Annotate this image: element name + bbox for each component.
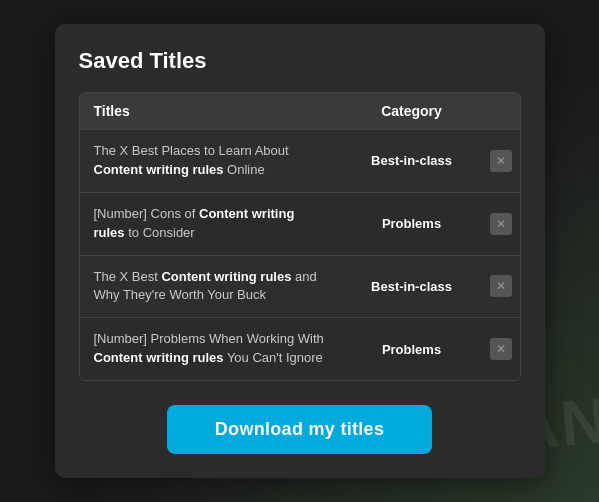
category-cell: Problems — [342, 318, 482, 380]
category-cell: Problems — [342, 192, 482, 255]
download-button-wrapper: Download my titles — [79, 405, 521, 454]
action-cell: ✕ — [482, 318, 520, 380]
table-row: The X Best Places to Learn About Content… — [80, 130, 520, 193]
table-header-row: Titles Category — [80, 93, 520, 130]
table-body: The X Best Places to Learn About Content… — [80, 130, 520, 380]
delete-row-button[interactable]: ✕ — [490, 338, 512, 360]
table-row: [Number] Problems When Working With Cont… — [80, 318, 520, 380]
category-cell: Best-in-class — [342, 255, 482, 318]
titles-table-container: Titles Category The X Best Places to Lea… — [79, 92, 521, 381]
modal-container: Saved Titles Titles Category The X Best … — [55, 24, 545, 478]
title-cell: [Number] Cons of Content writing rules t… — [80, 192, 342, 255]
titles-table: Titles Category The X Best Places to Lea… — [80, 93, 520, 380]
category-cell: Best-in-class — [342, 130, 482, 193]
delete-row-button[interactable]: ✕ — [490, 213, 512, 235]
action-cell: ✕ — [482, 192, 520, 255]
category-column-header: Category — [342, 93, 482, 130]
delete-row-button[interactable]: ✕ — [490, 275, 512, 297]
table-row: [Number] Cons of Content writing rules t… — [80, 192, 520, 255]
download-titles-button[interactable]: Download my titles — [167, 405, 432, 454]
titles-column-header: Titles — [80, 93, 342, 130]
action-cell: ✕ — [482, 255, 520, 318]
title-cell: [Number] Problems When Working With Cont… — [80, 318, 342, 380]
title-cell: The X Best Places to Learn About Content… — [80, 130, 342, 193]
modal-title: Saved Titles — [79, 48, 521, 74]
delete-row-button[interactable]: ✕ — [490, 150, 512, 172]
table-row: The X Best Content writing rules and Why… — [80, 255, 520, 318]
action-cell: ✕ — [482, 130, 520, 193]
title-cell: The X Best Content writing rules and Why… — [80, 255, 342, 318]
action-column-header — [482, 93, 520, 130]
